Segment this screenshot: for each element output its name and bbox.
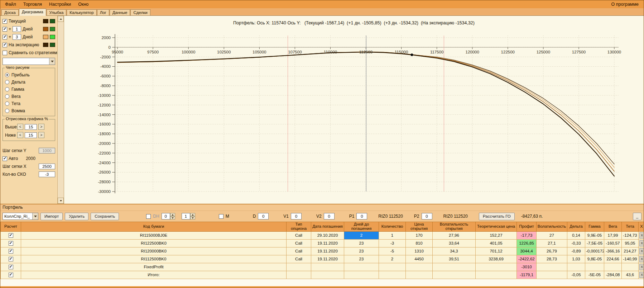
col-header-11[interactable]: Волатильность	[537, 222, 567, 232]
menu-item-3[interactable]: Настройки	[46, 1, 74, 8]
spinner-up-icon[interactable]	[190, 213, 195, 216]
p1-input[interactable]	[356, 213, 367, 219]
delete-row-button[interactable]: X	[639, 256, 644, 262]
row-checkbox[interactable]	[9, 249, 13, 254]
plus1-color1-swatch[interactable]	[43, 27, 48, 31]
above-input[interactable]	[25, 124, 37, 130]
draw-option-1[interactable]: Прибыль	[5, 71, 53, 79]
vol-cell	[537, 271, 567, 279]
col-header-1[interactable]: Расчет	[1, 222, 21, 232]
delete-row-button[interactable]: X	[639, 232, 644, 239]
tab-7[interactable]: Сделки	[130, 9, 150, 15]
col-header-15[interactable]: Тета	[622, 222, 639, 232]
dh-spinner-2[interactable]	[182, 213, 195, 219]
col-header-14[interactable]: Вега	[604, 222, 622, 232]
plus1-color2-swatch[interactable]	[50, 27, 55, 31]
auto-checkbox[interactable]	[3, 156, 7, 161]
plus3-color2-swatch[interactable]	[50, 35, 55, 39]
menu-item-2[interactable]: Торговля	[20, 1, 45, 8]
open-vol-cell: 34,3	[433, 247, 476, 255]
tab-2[interactable]: Диаграмма	[19, 9, 46, 16]
delete-row-button[interactable]: X	[639, 264, 644, 270]
expiration-color1-swatch[interactable]	[43, 43, 48, 47]
import-button[interactable]: Импорт	[40, 213, 63, 220]
draw-option-5[interactable]: Тета	[5, 100, 53, 107]
save-button[interactable]: Сохранить	[91, 213, 119, 220]
v1-input[interactable]	[291, 213, 302, 219]
tab-1[interactable]: Доска	[1, 9, 19, 15]
sko-input[interactable]	[39, 171, 55, 177]
delete-button[interactable]: Удалить	[65, 213, 88, 220]
strategy-combo[interactable]: КоллСпр_Ri_	[3, 213, 38, 220]
col-header-13[interactable]: Гамма	[585, 222, 604, 232]
row-checkbox[interactable]	[9, 241, 13, 246]
days-cell[interactable]: 2	[344, 231, 379, 239]
m-checkbox[interactable]	[219, 214, 224, 219]
sidebar-scrollbar[interactable]	[57, 16, 64, 204]
above-increase-button[interactable]: >	[38, 124, 44, 130]
above-decrease-button[interactable]: <	[17, 124, 23, 130]
tab-3[interactable]: Улыбка	[47, 9, 67, 15]
delete-row-button[interactable]: X	[639, 240, 644, 246]
expiration-color2-swatch[interactable]	[50, 43, 55, 47]
spinner-down-icon[interactable]	[190, 216, 195, 219]
plus3-checkbox[interactable]	[3, 35, 7, 39]
col-header-10[interactable]: Профит	[517, 222, 537, 232]
below-decrease-button[interactable]: <	[17, 132, 23, 138]
delete-row-button[interactable]: X	[639, 248, 644, 254]
draw-option-4[interactable]: Вега	[5, 93, 53, 100]
calc-cell	[1, 271, 21, 279]
draw-option-3[interactable]: Гамма	[5, 86, 53, 93]
v2-input[interactable]	[324, 213, 335, 219]
grid-x-input[interactable]	[39, 164, 55, 169]
plus3-color1-swatch[interactable]	[43, 35, 48, 39]
current-color1-swatch[interactable]	[43, 19, 48, 23]
row-checkbox[interactable]	[9, 233, 13, 238]
draw-option-2[interactable]: Дельта	[5, 79, 53, 86]
col-header-16[interactable]: X	[639, 222, 644, 232]
below-input[interactable]	[25, 132, 37, 138]
tab-4[interactable]: Калькулятор	[67, 9, 96, 15]
tab-5[interactable]: Лог	[97, 9, 109, 15]
draw-option-6[interactable]: Вомма	[5, 107, 53, 114]
dh-spinner-2-input[interactable]	[182, 213, 190, 219]
dh-spinner-1-input[interactable]	[162, 213, 170, 219]
menu-about[interactable]: О программе	[610, 1, 640, 8]
scroll-down-icon[interactable]	[58, 198, 64, 204]
dh-spinner-1[interactable]	[162, 213, 175, 219]
below-increase-button[interactable]: >	[38, 132, 44, 138]
current-color2-swatch[interactable]	[50, 19, 55, 23]
col-header-7[interactable]: Цена открытия	[406, 222, 433, 232]
expiration-checkbox[interactable]	[3, 43, 7, 47]
compare-checkbox[interactable]	[3, 51, 7, 55]
col-header-2[interactable]: Код бумаги	[21, 222, 287, 232]
col-header-8[interactable]: Волатильность открытия	[433, 222, 476, 232]
col-header-12[interactable]: Дельта	[567, 222, 585, 232]
vol-cell	[537, 263, 567, 271]
col-header-6[interactable]: Количество	[379, 222, 406, 232]
col-header-3[interactable]: Тип опциона	[287, 222, 311, 232]
current-checkbox[interactable]	[3, 19, 7, 24]
plus1-days-input[interactable]	[13, 26, 21, 32]
menu-item-1[interactable]: Файл	[2, 1, 19, 8]
tab-6[interactable]: Данные	[110, 9, 130, 15]
col-header-4[interactable]: Дата погашения	[311, 222, 344, 232]
col-header-5[interactable]: Дней до погашения	[344, 222, 379, 232]
menu-item-4[interactable]: Окно	[75, 1, 92, 8]
d-input[interactable]	[258, 213, 269, 219]
spinner-up-icon[interactable]	[170, 213, 175, 216]
scroll-up-icon[interactable]	[58, 16, 64, 22]
col-header-9[interactable]: Теоретическая цена	[476, 222, 517, 232]
strategy-compare-combo[interactable]	[3, 58, 55, 65]
row-checkbox[interactable]	[9, 273, 13, 277]
delta-cell: 1,03	[567, 255, 585, 263]
calc-go-button[interactable]: Рассчитать ГО	[479, 213, 515, 220]
delete-row-button[interactable]: X	[639, 272, 644, 278]
row-checkbox[interactable]	[9, 265, 13, 269]
spinner-down-icon[interactable]	[170, 216, 175, 219]
dh-checkbox[interactable]	[146, 214, 151, 219]
plus3-days-input[interactable]	[13, 34, 21, 40]
plus1-checkbox[interactable]	[3, 27, 7, 32]
row-checkbox[interactable]	[9, 257, 13, 261]
corner-button[interactable]: _	[633, 213, 641, 220]
